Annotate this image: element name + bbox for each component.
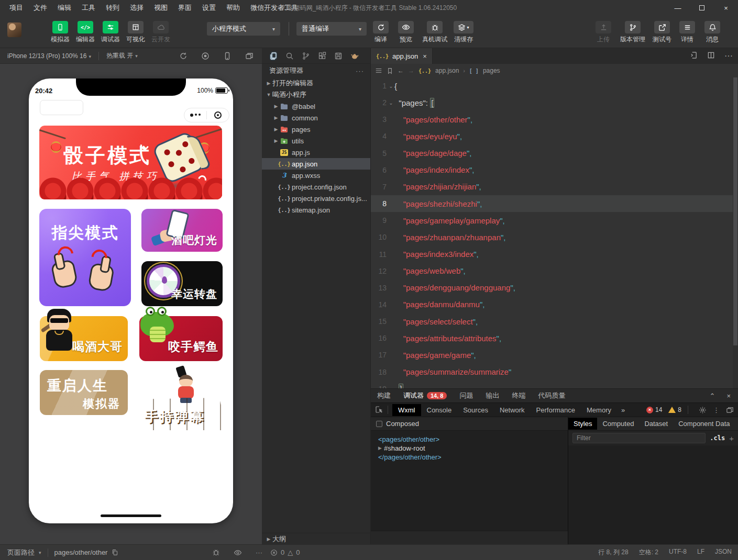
tile-handheld-danmu[interactable]: 手持弹幕: [137, 366, 227, 433]
error-count[interactable]: ×14: [646, 406, 662, 413]
toolbar-button-版本管理[interactable]: 版本管理: [616, 21, 649, 44]
wxml-shadow-root[interactable]: ▶#shadow-root: [378, 444, 568, 453]
code-line-18[interactable]: 18 "pages/summarize/summarize": [371, 364, 733, 380]
code-line-3[interactable]: 3 "pages/other/other",: [371, 111, 733, 128]
tree-item-@babel[interactable]: ▶@babel: [262, 100, 370, 112]
page-path-label[interactable]: 页面路径: [7, 548, 35, 557]
inspect-element-icon[interactable]: [375, 406, 383, 414]
fold-icon[interactable]: ⌄: [388, 83, 394, 89]
close-button[interactable]: ×: [714, 0, 738, 16]
debugger-panel-tab-问题[interactable]: 问题: [459, 391, 473, 400]
tile-fingertip-mode[interactable]: 指尖模式: [39, 209, 131, 306]
debugger-panel-tab-构建[interactable]: 构建: [377, 391, 391, 400]
more-actions-icon[interactable]: ···: [724, 51, 733, 61]
toolbar-button-编辑器[interactable]: </>编辑器: [73, 21, 98, 44]
tile-drink-bro[interactable]: 喝酒大哥: [40, 316, 128, 361]
save-icon[interactable]: [334, 52, 343, 60]
code-line-4[interactable]: 4 "pages/eyu/eyu",: [371, 128, 733, 144]
code-line-8[interactable]: 8 "pages/shezhi/shezhi",: [371, 195, 733, 212]
tab-app-json[interactable]: {..} app.json ×: [371, 48, 433, 64]
open-changes-icon[interactable]: [690, 51, 698, 61]
preview-eye-icon[interactable]: [234, 548, 242, 557]
more-options-icon[interactable]: ⋮: [713, 406, 720, 414]
code-line-7[interactable]: 7 "pages/zhijian/zhijian",: [371, 178, 733, 195]
status-language-mode[interactable]: JSON: [715, 548, 732, 557]
tree-item-project.private.config.js...[interactable]: {..}project.private.config.js...: [262, 193, 370, 204]
code-line-9[interactable]: 9 "pages/gameplay/gameplay",: [371, 212, 733, 229]
debugger-panel-tab-代码质量[interactable]: 代码质量: [538, 391, 565, 400]
undock-icon[interactable]: [726, 406, 734, 414]
styles-tab-dataset[interactable]: Dataset: [639, 418, 673, 430]
devtools-tab-Performance[interactable]: Performance: [531, 404, 581, 416]
menu-item-文件[interactable]: 文件: [28, 0, 52, 16]
outline-section[interactable]: ▶ 大纲: [262, 533, 370, 544]
tile-lucky-wheel[interactable]: 幸运转盘: [141, 261, 223, 306]
code-line-1[interactable]: 1⌄{: [371, 77, 733, 94]
code-line-16[interactable]: 16 "pages/attributes/attributes",: [371, 330, 733, 346]
search-icon[interactable]: [285, 52, 294, 60]
cls-button[interactable]: .cls: [710, 434, 725, 442]
debugger-panel-tab-调试器[interactable]: 调试器14, 8: [403, 391, 447, 400]
more-menu-icon[interactable]: [184, 114, 206, 117]
code-line-10[interactable]: 10 "pages/zhuanpan/zhuanpan",: [371, 229, 733, 245]
files-icon[interactable]: [269, 52, 278, 60]
menu-item-帮助[interactable]: 帮助: [221, 0, 245, 16]
styles-tab-computed[interactable]: Computed: [597, 418, 639, 430]
menu-item-编辑[interactable]: 编辑: [52, 0, 76, 16]
status-encoding[interactable]: UTF-8: [669, 548, 687, 557]
wxml-close-tag[interactable]: </pages/other/other>: [378, 453, 568, 462]
project-section[interactable]: ▼ 喝酒小程序: [262, 89, 370, 100]
tree-item-common[interactable]: ▶common: [262, 112, 370, 124]
device-select[interactable]: iPhone 12/13 (Pro) 100% 16▾: [0, 52, 91, 60]
debugger-panel-tab-终端[interactable]: 终端: [512, 391, 525, 400]
phone-frame-icon[interactable]: [223, 52, 232, 60]
menu-item-项目[interactable]: 项目: [4, 0, 28, 16]
toolbar-button-调试器[interactable]: 调试器: [98, 21, 123, 44]
menu-item-转到[interactable]: 转到: [101, 0, 125, 16]
devtools-tab-Network[interactable]: Network: [494, 404, 531, 416]
wxml-tree[interactable]: <pages/other/other> ▶#shadow-root </page…: [371, 431, 568, 531]
debugger-panel-tab-输出[interactable]: 输出: [486, 391, 499, 400]
menu-icon[interactable]: [375, 67, 382, 74]
tree-item-project.config.json[interactable]: {..}project.config.json: [262, 181, 370, 193]
styles-tab-styles[interactable]: Styles: [568, 418, 597, 430]
mode-select[interactable]: 小程序模式▾: [207, 22, 280, 36]
multi-window-icon[interactable]: [245, 52, 254, 60]
filter-input[interactable]: Filter: [572, 433, 706, 443]
toolbar-button-测试号[interactable]: 测试号: [649, 21, 675, 44]
navigate-forward-icon[interactable]: →: [408, 67, 414, 74]
code-line-6[interactable]: 6 "pages/index/index",: [371, 162, 733, 178]
debug-icon[interactable]: [212, 548, 220, 557]
tile-crocodile[interactable]: 咬手鳄鱼: [139, 316, 223, 361]
hot-reload-toggle[interactable]: 热重载 开▾: [106, 51, 138, 60]
devtools-tab-Wxml[interactable]: Wxml: [392, 404, 421, 416]
code-line-17[interactable]: 17 "pages/game/game",: [371, 346, 733, 363]
menu-item-设置[interactable]: 设置: [197, 0, 221, 16]
toolbar-button-真机调试[interactable]: 真机调试: [418, 21, 451, 44]
bookmark-icon[interactable]: [387, 68, 393, 74]
problems-summary[interactable]: 0 △ 0: [270, 548, 300, 556]
tree-item-sitemap.json[interactable]: {..}sitemap.json: [262, 204, 370, 216]
devtools-tab-Console[interactable]: Console: [421, 404, 458, 416]
menu-item-工具[interactable]: 工具: [76, 0, 101, 16]
devtools-tab-Memory[interactable]: Memory: [581, 404, 617, 416]
record-icon[interactable]: [201, 52, 210, 60]
minimize-button[interactable]: —: [666, 0, 690, 16]
add-rule-icon[interactable]: +: [729, 434, 734, 443]
navigate-back-icon[interactable]: ←: [398, 67, 404, 74]
code-line-13[interactable]: 13 "pages/dengguang/dengguang",: [371, 279, 733, 296]
split-editor-icon[interactable]: [707, 51, 715, 61]
breadcrumb-file[interactable]: app.json: [435, 67, 459, 74]
menu-item-界面[interactable]: 界面: [173, 0, 197, 16]
status-eol[interactable]: LF: [697, 548, 704, 557]
toolbar-button-清缓存[interactable]: ▾清缓存: [451, 21, 476, 44]
tree-item-app.wxss[interactable]: 3app.wxss: [262, 170, 370, 181]
tree-item-app.js[interactable]: JSapp.js: [262, 147, 370, 158]
close-tab-icon[interactable]: ×: [423, 52, 427, 60]
tile-restart-life[interactable]: 重启人生 模拟器: [40, 370, 128, 415]
code-line-19[interactable]: 19 ],: [371, 380, 733, 388]
git-branch-icon[interactable]: [302, 52, 310, 60]
open-editors-section[interactable]: ▶ 打开的编辑器: [262, 77, 370, 89]
menu-item-视图[interactable]: 视图: [149, 0, 173, 16]
fold-icon[interactable]: ⌄: [388, 100, 394, 106]
